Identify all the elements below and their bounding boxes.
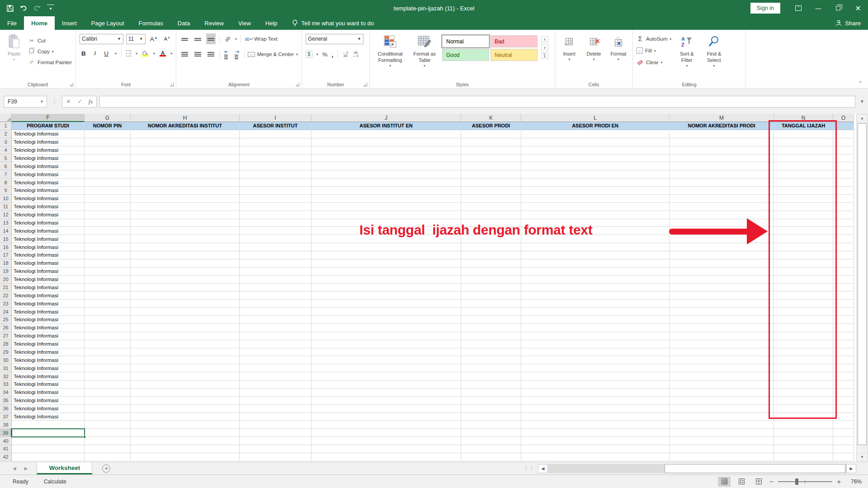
cell-J10[interactable] [311,195,461,203]
cell-J16[interactable] [311,243,461,251]
cell-G3[interactable] [85,138,131,146]
cell-N17[interactable] [774,251,833,259]
cell-M25[interactable] [670,316,774,324]
cell-N25[interactable] [774,316,833,324]
cell-K6[interactable] [461,162,521,170]
cell-K34[interactable] [461,389,521,397]
cell-I19[interactable] [240,267,311,276]
row-header-16[interactable]: 16 [0,243,12,251]
cell-O33[interactable] [833,380,854,389]
cell-H8[interactable] [131,178,240,187]
cell-H40[interactable] [131,437,240,445]
cell-J35[interactable] [311,397,461,405]
cell-G24[interactable] [85,308,131,316]
cell-I37[interactable] [240,413,311,421]
cell-K28[interactable] [461,340,521,348]
cell-L34[interactable] [521,389,670,397]
cell-K36[interactable] [461,405,521,413]
cell-H36[interactable] [131,405,240,413]
cell-L6[interactable] [521,162,670,170]
cell-O2[interactable] [833,130,854,138]
cell-J12[interactable] [311,211,461,219]
cell-J18[interactable] [311,259,461,267]
cell-F25[interactable]: Teknologi Informasi [12,316,85,324]
cell-H3[interactable] [131,138,240,146]
row-header-34[interactable]: 34 [0,389,12,397]
cell-L33[interactable] [521,380,670,389]
cell-F16[interactable]: Teknologi Informasi [12,243,85,251]
cell-J8[interactable] [311,178,461,187]
cell-M10[interactable] [670,195,774,203]
row-header-20[interactable]: 20 [0,276,12,284]
cell-I11[interactable] [240,203,311,211]
cell-O31[interactable] [833,364,854,372]
cell-O4[interactable] [833,146,854,155]
cell-H2[interactable] [131,130,240,138]
cell-M41[interactable] [670,445,774,453]
name-box-dropdown-icon[interactable]: ▼ [40,99,47,104]
style-normal[interactable]: Normal [442,35,489,47]
font-family-select[interactable]: Calibri▼ [80,34,123,44]
cell-G34[interactable] [85,389,131,397]
cell-N26[interactable] [774,324,833,332]
cell-G13[interactable] [85,219,131,227]
increase-indent-icon[interactable]: ⇥ [233,47,240,61]
cell-K19[interactable] [461,267,521,276]
cell-F28[interactable]: Teknologi Informasi [12,340,85,348]
cell-K20[interactable] [461,276,521,284]
cell-N11[interactable] [774,203,833,211]
cell-G1[interactable]: NOMOR PIN [85,122,131,130]
cell-M9[interactable] [670,187,774,195]
bold-button[interactable]: B [80,50,88,57]
cell-J1[interactable]: ASESOR INSTITUT EN [311,122,461,130]
cell-L41[interactable] [521,445,670,453]
cell-G28[interactable] [85,340,131,348]
format-painter-button[interactable]: ✐Format Painter [28,58,72,67]
cell-M19[interactable] [670,267,774,276]
cell-L37[interactable] [521,413,670,421]
vertical-scrollbar[interactable]: ▲ ▼ [856,114,868,461]
cell-M28[interactable] [670,340,774,348]
normal-view-button[interactable] [718,477,731,487]
ribbon-display-options-icon[interactable]: ⌃ [788,0,808,16]
cell-H13[interactable] [131,219,240,227]
cell-K23[interactable] [461,300,521,308]
cell-F22[interactable]: Teknologi Informasi [12,291,85,300]
cell-O7[interactable] [833,170,854,178]
wrap-text-button[interactable]: ab↵Wrap Text [245,34,277,43]
status-calculate[interactable]: Calculate [44,479,66,485]
cell-G12[interactable] [85,211,131,219]
cell-I25[interactable] [240,316,311,324]
cell-L32[interactable] [521,372,670,380]
fill-color-dropdown-icon[interactable]: ▾ [153,52,155,56]
cell-N8[interactable] [774,178,833,187]
cell-H7[interactable] [131,170,240,178]
tab-file[interactable]: File [0,16,24,30]
orientation-icon[interactable]: ab [222,33,233,45]
cell-K33[interactable] [461,380,521,389]
cell-K29[interactable] [461,348,521,357]
cell-F27[interactable]: Teknologi Informasi [12,332,85,340]
zoom-slider-thumb[interactable] [795,479,798,485]
cell-F9[interactable]: Teknologi Informasi [12,187,85,195]
cell-N6[interactable] [774,162,833,170]
cell-G2[interactable] [85,130,131,138]
cell-G39[interactable] [85,429,131,437]
cell-M32[interactable] [670,372,774,380]
cell-H28[interactable] [131,340,240,348]
clear-button[interactable]: Clear▾ [637,58,671,67]
cell-L22[interactable] [521,291,670,300]
cell-H22[interactable] [131,291,240,300]
cell-M5[interactable] [670,155,774,163]
cell-G15[interactable] [85,235,131,243]
cell-K17[interactable] [461,251,521,259]
cell-K22[interactable] [461,291,521,300]
cell-I16[interactable] [240,243,311,251]
cell-K25[interactable] [461,316,521,324]
cell-F12[interactable]: Teknologi Informasi [12,211,85,219]
cell-H6[interactable] [131,162,240,170]
cut-button[interactable]: ✂Cut [28,36,72,45]
cell-H4[interactable] [131,146,240,155]
paste-button[interactable]: Paste ▾ [4,33,24,79]
cell-O25[interactable] [833,316,854,324]
